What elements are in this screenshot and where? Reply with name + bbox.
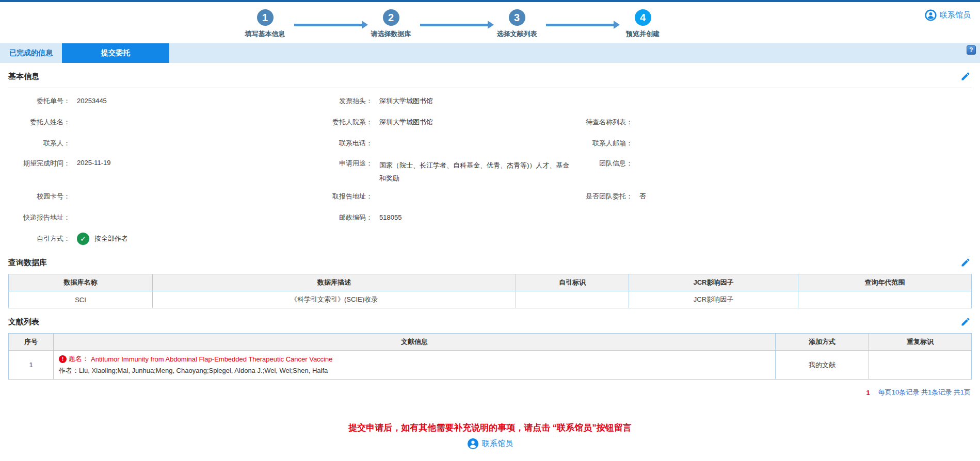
field-value-order-number: 20253445: [70, 97, 312, 105]
field-label-client-name: 委托人姓名：: [8, 118, 70, 127]
field-label-application-purpose: 申请用途：: [312, 159, 373, 168]
col-database-name: 数据库名称: [9, 274, 153, 291]
col-jcr-impact-factor: JCR影响因子: [629, 274, 798, 291]
field-label-expected-date: 期望完成时间：: [8, 159, 70, 168]
field-label-self-citation-mode: 自引方式：: [8, 234, 70, 243]
field-label-pickup-address: 取报告地址：: [312, 192, 373, 201]
database-table-header-row: 数据库名称 数据库描述 自引标识 JCR影响因子 查询年代范围: [9, 274, 972, 291]
edit-literature-icon[interactable]: [960, 317, 971, 327]
submit-notice-text: 提交申请后，如有其他需要补充说明的事项，请点击 “联系馆员”按钮留言: [0, 422, 980, 434]
step-arrow-icon: [294, 24, 362, 26]
step-3-label: 选择文献列表: [497, 29, 537, 39]
literature-authors-label: 作者：: [59, 367, 79, 374]
pagination: 1 每页10条记录 共1条记录 共1页: [0, 388, 980, 397]
basic-info-form: 委托单号： 20253445 发票抬头： 深圳大学城图书馆 委托人姓名： 委托人…: [0, 88, 980, 249]
contact-librarian-top-label: 联系馆员: [940, 10, 971, 20]
cell-database-name: SCI: [9, 291, 153, 308]
step-wizard: 1 填写基本信息 2 请选择数据库 3 选择文献列表 4 预览并创建 联系馆员: [0, 2, 980, 43]
cell-literature-info: ! 题名： Antitumor Immunity from Abdominal …: [54, 351, 776, 380]
literature-table-row: 1 ! 题名： Antitumor Immunity from Abdomina…: [9, 351, 972, 380]
step-4-current: 4 预览并创建: [619, 9, 667, 39]
field-value-client-department: 深圳大学城图书馆: [373, 118, 575, 127]
col-duplicate-flag: 重复标识: [869, 334, 972, 351]
col-literature-info: 文献信息: [54, 334, 776, 351]
cell-database-description: 《科学引文索引》(SCIE)收录: [153, 291, 516, 308]
col-index: 序号: [9, 334, 54, 351]
field-value-self-citation-mode: 按全部作者: [94, 234, 128, 243]
field-value-invoice-title: 深圳大学城图书馆: [373, 96, 575, 106]
step-2-circle: 2: [383, 9, 399, 26]
literature-title-link[interactable]: Antitumor Immunity from Abdominal Flap-E…: [91, 355, 332, 363]
basic-info-title: 基本信息: [8, 72, 39, 81]
tab-completed-info[interactable]: 已完成的信息: [0, 43, 62, 63]
col-year-range: 查询年代范围: [798, 274, 972, 291]
col-database-description: 数据库描述: [153, 274, 516, 291]
field-label-contact-person: 联系人：: [8, 139, 70, 148]
literature-table: 序号 文献信息 添加方式 重复标识 1 ! 题名： Antitumor Immu…: [8, 333, 972, 380]
field-label-contact-phone: 联系电话：: [312, 139, 373, 148]
field-label-client-department: 委托人院系：: [312, 118, 373, 127]
literature-authors: Liu, Xiaoling;Mai, Junhua;Meng, Chaoyang…: [79, 367, 328, 374]
step-1-label: 填写基本信息: [245, 29, 285, 39]
edit-database-icon[interactable]: [960, 257, 971, 268]
librarian-person-icon: [925, 9, 937, 21]
help-icon[interactable]: ?: [967, 45, 976, 55]
field-label-is-team: 是否团队委托：: [575, 192, 633, 201]
step-4-label: 预览并创建: [626, 29, 660, 39]
field-label-express-address: 快递报告地址：: [8, 213, 70, 222]
tab-completed-info-label: 已完成的信息: [9, 48, 53, 58]
contact-librarian-bottom-label: 联系馆员: [482, 439, 513, 449]
step-arrow-icon: [546, 24, 614, 26]
contact-librarian-bottom-button[interactable]: 联系馆员: [0, 438, 980, 450]
alert-icon: !: [59, 355, 67, 363]
literature-table-header-row: 序号 文献信息 添加方式 重复标识: [9, 334, 972, 351]
database-section-title: 查询数据库: [8, 258, 47, 268]
col-add-method: 添加方式: [776, 334, 869, 351]
field-label-contact-email: 联系人邮箱：: [575, 139, 633, 148]
step-arrow-icon: [420, 24, 488, 26]
field-label-order-number: 委托单号：: [8, 96, 70, 106]
cell-add-method: 我的文献: [776, 351, 869, 380]
librarian-person-icon: [467, 438, 479, 450]
tab-bar: 已完成的信息 提交委托 ?: [0, 43, 980, 63]
step-1: 1 填写基本信息: [242, 9, 289, 39]
step-2: 2 请选择数据库: [367, 9, 415, 39]
cell-year-range: [798, 291, 972, 308]
edit-basic-info-icon[interactable]: [960, 71, 971, 81]
cell-duplicate-flag: [869, 351, 972, 380]
cell-self-citation-flag: [516, 291, 629, 308]
field-label-name-list: 待查名称列表：: [575, 118, 633, 127]
cell-jcr-impact-factor: JCR影响因子: [629, 291, 798, 308]
field-value-is-team: 否: [633, 192, 972, 201]
tab-submit-request-label: 提交委托: [101, 48, 130, 58]
tab-submit-request[interactable]: 提交委托: [62, 43, 169, 63]
col-self-citation-flag: 自引标识: [516, 274, 629, 291]
pagination-summary: 每页10条记录 共1条记录 共1页: [878, 388, 971, 397]
cell-index: 1: [9, 351, 54, 380]
step-3: 3 选择文献列表: [493, 9, 541, 39]
check-circle-icon: ✓: [77, 233, 89, 245]
page-number-current[interactable]: 1: [866, 389, 870, 397]
contact-librarian-top-button[interactable]: 联系馆员: [925, 9, 971, 21]
field-value-application-purpose: 国家（院士、长江学者、自科基金、优青、杰青等)）人才、基金 和奖励: [373, 159, 575, 185]
field-label-team-info: 团队信息：: [575, 159, 633, 168]
database-table: 数据库名称 数据库描述 自引标识 JCR影响因子 查询年代范围 SCI 《科学引…: [8, 274, 972, 308]
field-label-campus-card: 校园卡号：: [8, 192, 70, 201]
field-label-postal-code: 邮政编码：: [312, 213, 373, 222]
field-label-invoice-title: 发票抬头：: [312, 96, 373, 106]
field-value-postal-code: 518055: [373, 213, 575, 221]
step-1-circle: 1: [257, 9, 274, 26]
step-3-circle: 3: [509, 9, 525, 26]
literature-title-label: 题名：: [69, 354, 89, 364]
step-2-label: 请选择数据库: [371, 29, 411, 39]
field-value-expected-date: 2025-11-19: [70, 159, 312, 167]
step-4-circle: 4: [635, 9, 651, 26]
literature-section-title: 文献列表: [8, 317, 39, 327]
database-table-row: SCI 《科学引文索引》(SCIE)收录 JCR影响因子: [9, 291, 972, 308]
